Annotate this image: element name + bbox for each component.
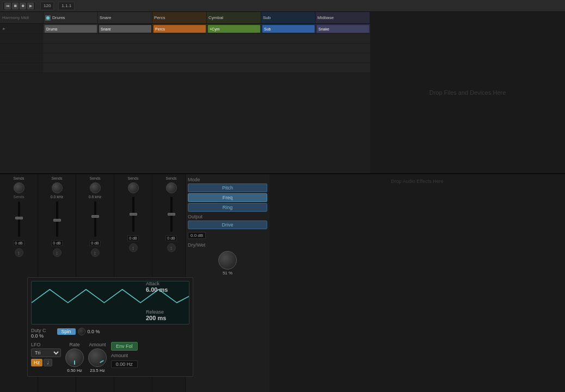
track-icon-drums [45, 15, 51, 21]
dry-wet-pct: 51 % [223, 271, 232, 275]
ch3-fader-track [94, 201, 96, 237]
clip-slot-4-3[interactable] [152, 53, 207, 63]
clip-slot-4-1[interactable] [44, 53, 98, 63]
clip-drums-1[interactable]: Drums [44, 24, 98, 33]
dry-wet-knob[interactable] [218, 251, 237, 270]
play-btn[interactable]: ▶ [27, 3, 34, 9]
clip-snare-1[interactable]: Snare [98, 24, 152, 33]
clip-percs-1[interactable]: Percs [152, 24, 207, 33]
track-header-percs: Percs [152, 12, 207, 23]
freq-btn[interactable]: Freq [188, 193, 267, 202]
lower-right-text: Drop Audio Effects Here [269, 174, 565, 188]
env-fol-btn[interactable]: Env Fol [111, 342, 138, 351]
clip-slot-5-1[interactable] [44, 63, 98, 72]
lfo-type-select[interactable]: Tri Sine Square Saw Random [31, 348, 61, 357]
clip-row-4 [0, 53, 370, 63]
clip-slot-5-4[interactable] [207, 63, 261, 72]
tempo-group: 120 [40, 2, 54, 10]
clip-slot-3-2[interactable] [98, 44, 152, 53]
row-label-3 [0, 44, 44, 53]
ch4-pan-knob[interactable] [128, 182, 139, 193]
clip-row-2 [0, 34, 370, 44]
track-name-sub: Sub [263, 15, 271, 20]
clip-midbase-1[interactable]: Snake [316, 24, 370, 33]
duty-c-value: 0.0 % [31, 333, 46, 339]
clip-slot-3-4[interactable] [207, 44, 261, 53]
clip-slot-2-4[interactable] [207, 34, 261, 43]
ch1-fader-thumb[interactable] [15, 217, 23, 219]
drive-btn[interactable]: Drive [188, 220, 267, 229]
clip-slot-5-6[interactable] [316, 63, 370, 72]
ch5-fader-track [170, 197, 173, 232]
left-spacer: Harmony Midi [0, 12, 44, 23]
release-label: Release [146, 309, 189, 315]
hz-btn[interactable]: Hz [31, 359, 42, 366]
ch1-icon[interactable]: ↕ [15, 248, 23, 257]
clip-slot-3-3[interactable] [152, 44, 207, 53]
attack-release-group: Attack 6.00 ms Release 200 ms [146, 281, 189, 321]
clip-slot-4-4[interactable] [207, 53, 261, 63]
clip-slot-3-6[interactable] [316, 44, 370, 53]
time-display: 1.1.1 [60, 3, 72, 8]
amount-label: Amount [89, 342, 106, 347]
ch3-fader-thumb[interactable] [91, 215, 99, 218]
lfo-section-label: LFO [31, 342, 61, 347]
track-header-cymbal: Cymbal [207, 12, 261, 23]
clip-slot-4-6[interactable] [316, 53, 370, 63]
back-btn[interactable]: ⏮ [4, 3, 11, 9]
clip-slot-3-1[interactable] [44, 44, 98, 53]
ch3-icon[interactable]: ↕ [91, 248, 100, 257]
clip-slot-5-2[interactable] [98, 63, 152, 72]
effects-panel: Mode Pitch Freq Ring Output Drive 0.0 dB… [185, 173, 269, 392]
amount-knob[interactable] [88, 348, 107, 367]
clip-slot-4-2[interactable] [98, 53, 152, 63]
db-readout: 0.0 dB [188, 232, 206, 239]
clip-slot-2-5[interactable] [261, 34, 316, 43]
ch1-pan-label: Sends [14, 195, 24, 199]
clip-cymbal-1[interactable]: +Cym [207, 24, 261, 33]
clip-percs-label: Percs [153, 25, 206, 33]
ch5-fader-thumb[interactable] [168, 213, 175, 216]
row-label-2 [0, 34, 44, 43]
ch4-icon[interactable]: ↕ [129, 243, 138, 252]
pitch-btn[interactable]: Pitch [188, 183, 267, 192]
clip-sub-1[interactable]: Sub [261, 24, 316, 33]
ch2-fader-thumb[interactable] [53, 219, 61, 222]
transport-controls: ⏮ ⏹ ⏺ ▶ [2, 2, 36, 10]
rate-label: Rate [69, 342, 79, 347]
clip-slot-4-5[interactable] [261, 53, 316, 63]
track-header-midbase: Midbase [316, 12, 370, 23]
clip-slot-3-5[interactable] [261, 44, 316, 53]
spin-value: 0.0 % [88, 329, 100, 334]
lfo-mode-btns: Hz ♩ [31, 359, 61, 366]
ch4-fader-thumb[interactable] [130, 213, 137, 216]
ring-btn[interactable]: Ring [188, 203, 267, 212]
clip-slot-5-3[interactable] [152, 63, 207, 72]
dry-wet-label: Dry/Wet [188, 241, 267, 249]
ch1-pan-knob[interactable] [14, 182, 24, 193]
clip-slot-2-1[interactable] [44, 34, 98, 43]
ch3-pan-knob[interactable] [90, 182, 101, 193]
ch2-icon[interactable]: ↕ [53, 248, 62, 257]
ch2-pan-knob[interactable] [52, 182, 63, 193]
note-btn[interactable]: ♩ [44, 359, 52, 366]
track-name-midbase: Midbase [317, 15, 334, 20]
clip-slot-2-2[interactable] [98, 34, 152, 43]
ch5-icon[interactable]: ↕ [167, 243, 176, 252]
ch5-pan-knob[interactable] [166, 182, 177, 193]
stop-btn[interactable]: ⏹ [12, 3, 19, 9]
clip-midbase-label: Snake [317, 25, 369, 33]
lfo-panel: Duty C 0.0 % Spin 0.0 % Attack 6.00 ms R… [27, 277, 193, 377]
clip-slot-2-3[interactable] [152, 34, 207, 43]
track-name-drums: Drums [52, 15, 65, 20]
rate-knob[interactable] [65, 348, 84, 367]
clip-slot-2-6[interactable] [316, 34, 370, 43]
lfo-bottom-controls: LFO Tri Sine Square Saw Random Hz ♩ Rate… [31, 342, 189, 373]
spin-knob[interactable] [78, 328, 85, 335]
amount-value: 23.5 Hz [90, 368, 105, 373]
clip-row-5 [0, 63, 370, 73]
spin-btn[interactable]: Spin [57, 328, 76, 335]
env-fol-group: Env Fol Amount 0.00 Hz [111, 342, 138, 368]
clip-slot-5-5[interactable] [261, 63, 316, 72]
record-btn[interactable]: ⏺ [20, 3, 26, 9]
